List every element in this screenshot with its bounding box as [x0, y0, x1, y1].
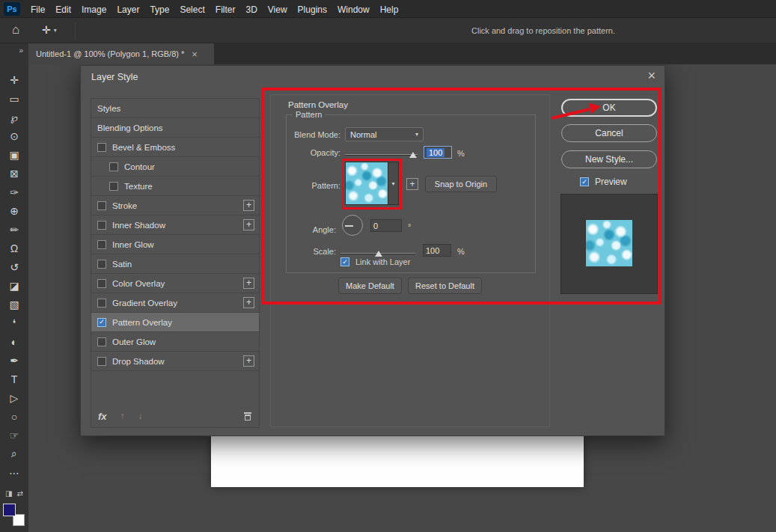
menu-filter[interactable]: Filter: [216, 4, 236, 15]
scale-slider-thumb[interactable]: [375, 251, 382, 257]
reset-to-default-button[interactable]: Reset to Default: [408, 278, 482, 294]
style-item-inner-shadow[interactable]: Inner Shadow+: [91, 215, 259, 235]
type-tool[interactable]: T: [0, 370, 28, 388]
hand-tool[interactable]: ☞: [0, 426, 28, 444]
style-item-checkbox[interactable]: [97, 357, 106, 366]
style-item-blending-options[interactable]: Blending Options: [91, 118, 259, 138]
link-with-layer-checkbox[interactable]: ✓: [340, 257, 349, 266]
move-tool[interactable]: ✛: [0, 70, 28, 89]
gradient-tool[interactable]: ▧: [0, 295, 28, 314]
add-effect-instance-button[interactable]: +: [243, 355, 254, 367]
style-item-checkbox[interactable]: [109, 182, 118, 191]
brush-tool[interactable]: ✏: [0, 220, 28, 239]
menu-image[interactable]: Image: [82, 4, 106, 15]
menu-file[interactable]: File: [31, 4, 45, 15]
ellipse-tool[interactable]: ○: [0, 407, 28, 426]
style-item-checkbox[interactable]: [97, 337, 106, 346]
style-item-texture[interactable]: Texture: [91, 177, 259, 196]
foreground-color-swatch[interactable]: [3, 504, 16, 516]
preview-checkbox[interactable]: ✓: [580, 177, 589, 186]
menu-plugins[interactable]: Plugins: [298, 4, 327, 15]
style-item-gradient-overlay[interactable]: Gradient Overlay+: [91, 293, 259, 313]
tab-close-icon[interactable]: ×: [192, 49, 198, 60]
fx-icon[interactable]: fx: [98, 411, 107, 422]
style-item-stroke[interactable]: Stroke+: [91, 196, 259, 215]
path-selection-tool[interactable]: ▷: [0, 388, 28, 407]
angle-input[interactable]: 0: [370, 219, 402, 232]
menu-select[interactable]: Select: [180, 4, 204, 15]
add-effect-instance-button[interactable]: +: [243, 200, 254, 211]
style-item-checkbox[interactable]: ✓: [97, 318, 106, 327]
style-item-pattern-overlay[interactable]: ✓Pattern Overlay: [91, 313, 259, 332]
pen-tool[interactable]: ✒: [0, 351, 28, 370]
scale-input[interactable]: 100: [423, 244, 451, 257]
style-item-checkbox[interactable]: [97, 240, 106, 249]
style-item-contour[interactable]: Contour: [91, 157, 259, 177]
home-icon[interactable]: ⌂: [12, 22, 19, 37]
style-item-drop-shadow[interactable]: Drop Shadow+: [91, 352, 259, 371]
eraser-tool[interactable]: ◪: [0, 276, 28, 295]
frame-tool[interactable]: ⊠: [0, 164, 28, 183]
menu-3d[interactable]: 3D: [245, 4, 257, 15]
rectangular-marquee-tool[interactable]: ▭: [0, 89, 28, 108]
history-brush-tool[interactable]: ↺: [0, 257, 28, 276]
opacity-slider-thumb[interactable]: [409, 152, 417, 158]
style-item-outer-glow[interactable]: Outer Glow: [91, 332, 259, 352]
style-item-checkbox[interactable]: [97, 143, 106, 152]
ok-button[interactable]: OK: [561, 99, 657, 117]
style-item-checkbox[interactable]: [97, 221, 106, 230]
crop-tool[interactable]: ▣: [0, 145, 28, 164]
menu-layer[interactable]: Layer: [117, 4, 139, 15]
cancel-button[interactable]: Cancel: [561, 124, 657, 142]
blur-tool[interactable]: ❛: [0, 314, 28, 332]
menu-type[interactable]: Type: [150, 4, 169, 15]
style-item-styles[interactable]: Styles: [91, 99, 259, 118]
style-item-inner-glow[interactable]: Inner Glow: [91, 235, 259, 254]
collapse-panel-icon[interactable]: »: [19, 46, 23, 55]
quick-selection-tool[interactable]: ⊙: [0, 126, 28, 145]
delete-effect-icon[interactable]: [243, 411, 252, 421]
opacity-input[interactable]: 100: [424, 146, 452, 159]
zoom-tool[interactable]: ⌕: [0, 444, 28, 463]
scale-slider[interactable]: [340, 253, 415, 254]
style-item-checkbox[interactable]: [97, 260, 106, 269]
pattern-picker-chevron-icon[interactable]: ▾: [388, 162, 399, 205]
add-effect-instance-button[interactable]: +: [243, 219, 254, 230]
quick-mask-icon[interactable]: ◨: [5, 489, 12, 498]
style-item-bevel-emboss[interactable]: Bevel & Emboss: [91, 138, 259, 157]
style-item-checkbox[interactable]: [97, 279, 106, 288]
document-tab[interactable]: Untitled-1 @ 100% (Polygon 1, RGB/8) * ×: [28, 43, 214, 64]
dialog-close-icon[interactable]: ×: [647, 68, 656, 84]
blend-mode-select[interactable]: Normal ▾: [345, 127, 424, 141]
angle-dial[interactable]: [342, 215, 363, 236]
make-default-button[interactable]: Make Default: [338, 278, 402, 294]
add-effect-instance-button[interactable]: +: [243, 278, 254, 289]
opacity-slider[interactable]: [345, 154, 418, 156]
style-item-checkbox[interactable]: [97, 299, 106, 308]
menu-edit[interactable]: Edit: [55, 4, 71, 15]
style-item-checkbox[interactable]: [97, 201, 106, 210]
active-tool-preset[interactable]: ✛ ▾: [42, 24, 57, 36]
move-effect-up-icon[interactable]: ↑: [120, 411, 125, 421]
clone-stamp-tool[interactable]: Ω: [0, 239, 28, 257]
style-item-satin[interactable]: Satin: [91, 254, 259, 274]
menu-window[interactable]: Window: [337, 4, 370, 15]
eyedropper-tool[interactable]: ✑: [0, 183, 28, 201]
snap-to-origin-button[interactable]: Snap to Origin: [425, 176, 497, 192]
new-style-button[interactable]: New Style...: [561, 150, 657, 168]
menu-view[interactable]: View: [268, 4, 287, 15]
pattern-swatch[interactable]: [345, 162, 388, 205]
color-swatches[interactable]: [3, 504, 27, 526]
move-effect-down-icon[interactable]: ↓: [138, 411, 143, 421]
new-pattern-button[interactable]: +: [406, 178, 418, 190]
dodge-tool[interactable]: ◐: [0, 332, 28, 351]
lasso-tool[interactable]: ℘: [0, 108, 28, 126]
swap-colors-icon[interactable]: ⇄: [17, 489, 23, 498]
add-effect-instance-button[interactable]: +: [243, 297, 254, 308]
canvas-document[interactable]: [211, 436, 584, 487]
healing-brush-tool[interactable]: ⊕: [0, 201, 28, 220]
style-item-color-overlay[interactable]: Color Overlay+: [91, 274, 259, 293]
style-item-checkbox[interactable]: [109, 162, 118, 171]
menu-help[interactable]: Help: [380, 4, 399, 15]
edit-toolbar-ellipsis[interactable]: ⋯: [0, 463, 28, 482]
